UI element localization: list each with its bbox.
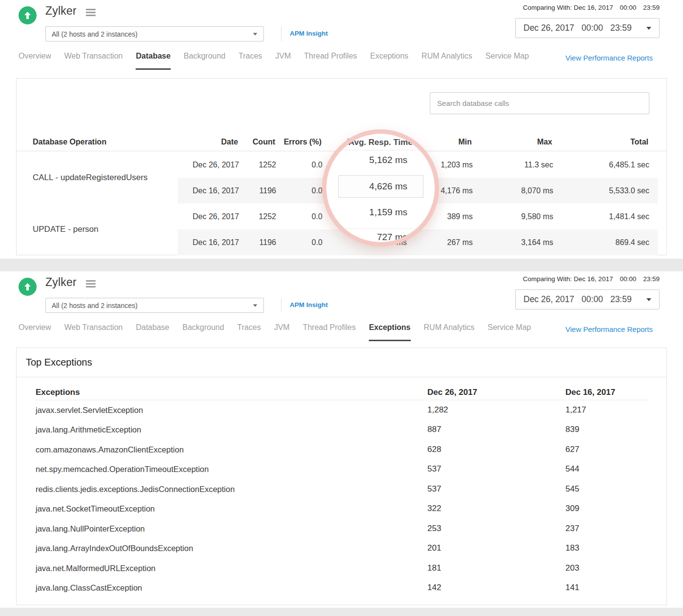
cell-max: 8,070 ms [521,178,553,204]
magnifier-highlighted-value: 4,626 ms [338,175,423,198]
menu-icon[interactable] [86,9,96,18]
exception-row[interactable]: java.lang.ClassCastException 142 141 [36,578,648,597]
date-range-selector[interactable]: Dec 26, 201700:0023:59 [515,289,660,309]
exception-name: com.amazonaws.AmazonClientException [36,440,184,459]
tab-exceptions[interactable]: Exceptions [369,323,410,341]
exception-count-current: 201 [427,538,441,558]
comparing-start-time: 00:00 [620,4,636,11]
col-total: Total [630,132,648,151]
tab-background[interactable]: Background [182,323,224,341]
db-operation-name[interactable]: UPDATE - person [33,225,99,234]
cell-count: 1252 [259,204,276,229]
comparing-start-time: 00:00 [620,275,636,283]
tab-database[interactable]: Database [136,52,170,70]
cell-count: 1196 [260,178,276,204]
exception-row[interactable]: java.net.SocketTimeoutException 322 309 [36,499,648,518]
menu-icon[interactable] [86,280,96,289]
exception-count-compare: 141 [565,578,579,597]
host-selector-dropdown[interactable]: All (2 hosts and 2 instances) [45,26,264,41]
exception-row[interactable]: net.spy.memcached.OperationTimeoutExcept… [36,459,648,479]
tab-jvm[interactable]: JVM [275,52,291,70]
host-selector-dropdown[interactable]: All (2 hosts and 2 instances) [45,298,264,313]
tab-traces[interactable]: Traces [237,323,261,341]
exception-count-compare: 544 [565,459,579,479]
db-operation-name[interactable]: CALL - updateRegisteredUsers [33,173,148,183]
tab-traces[interactable]: Traces [239,52,262,70]
card-title: Top Exceptions [26,348,92,377]
cell-max: 3,164 ms [521,229,553,255]
col-min: Min [458,132,472,151]
cell-total: 1,481.4 sec [609,204,649,229]
tab-service-map[interactable]: Service Map [485,52,529,70]
exception-row[interactable]: java.lang.NullPointerException 253 237 [36,519,648,538]
apm-insight-link[interactable]: APM Insight [290,301,328,308]
magnifier-value: 5,162 ms [369,153,407,167]
cell-total: 6,485.1 sec [609,152,649,178]
exception-count-compare: 627 [565,440,579,459]
exception-row[interactable]: java.lang.ArithmeticException 887 839 [36,420,648,439]
exception-row[interactable]: java.net.MalformedURLException 181 203 [36,558,648,578]
cell-total: 5,533.0 sec [609,178,649,204]
exception-count-current: 628 [427,440,441,459]
chevron-down-icon [646,298,651,301]
range-date: Dec 26, 2017 [523,294,574,305]
chevron-down-icon [253,304,258,307]
exception-name: java.net.SocketTimeoutException [36,499,155,518]
range-end-time: 23:59 [610,23,632,33]
cell-max: 9,580 ms [521,204,553,229]
exceptions-section: Zylker Comparing With: Dec 16, 201700:00… [0,271,683,608]
view-performance-reports-link[interactable]: View Performance Reports [565,325,653,333]
exception-count-compare: 309 [565,499,579,518]
section-divider [0,608,683,616]
tab-overview[interactable]: Overview [19,52,51,70]
tab-service-map[interactable]: Service Map [488,323,531,341]
tab-rum-analytics[interactable]: RUM Analytics [424,323,475,341]
apm-insight-link[interactable]: APM Insight [290,30,328,37]
section-divider [0,259,683,271]
tab-web-transaction[interactable]: Web Transaction [64,323,123,341]
tab-overview[interactable]: Overview [19,323,51,341]
host-selector-value: All (2 hosts and 2 instances) [52,302,138,309]
tab-background[interactable]: Background [184,52,225,70]
search-input[interactable] [430,92,649,114]
exception-name: redis.clients.jedis.exceptions.JedisConn… [36,479,235,499]
comparing-end-time: 23:59 [643,275,660,283]
tab-jvm[interactable]: JVM [274,323,290,341]
exception-count-current: 322 [427,499,441,518]
tab-exceptions[interactable]: Exceptions [370,52,408,70]
exception-count-current: 887 [427,420,441,439]
col-date: Date [221,132,238,151]
cell-date: Dec 16, 2017 [193,178,239,204]
screenshot-canvas: Zylker Comparing With: Dec 16, 201700:00… [0,0,683,616]
chevron-down-icon [646,27,651,30]
host-selector-value: All (2 hosts and 2 instances) [52,30,138,38]
divider [281,298,281,312]
exception-row[interactable]: redis.clients.jedis.exceptions.JedisConn… [36,479,648,499]
tab-database[interactable]: Database [136,323,169,341]
exception-name: javax.servlet.ServletException [36,400,143,420]
col-max: Max [537,132,552,151]
exception-count-current: 181 [427,558,441,578]
chevron-down-icon [253,33,258,35]
date-range-selector[interactable]: Dec 26, 201700:0023:59 [515,18,660,38]
exception-count-current: 253 [427,519,441,538]
exception-row[interactable]: javax.servlet.ServletException 1,282 1,2… [36,400,648,420]
tab-thread-profiles[interactable]: Thread Profiles [303,323,356,341]
table-row[interactable]: Dec 16, 2017 1196 0.0 727 ms 267 ms 3,16… [178,229,658,255]
exception-row[interactable]: com.amazonaws.AmazonClientException 628 … [36,440,648,459]
tab-thread-profiles[interactable]: Thread Profiles [304,52,357,70]
cell-min: 4,176 ms [441,178,473,204]
tab-rum-analytics[interactable]: RUM Analytics [422,52,472,70]
exception-count-current: 537 [427,479,441,499]
view-performance-reports-link[interactable]: View Performance Reports [565,54,653,62]
app-logo-icon [19,278,37,296]
cell-count: 1252 [259,152,276,178]
exception-count-current: 1,282 [427,400,448,420]
exception-row[interactable]: java.lang.ArrayIndexOutOfBoundsException… [36,538,648,558]
tab-bar: Overview Web Transaction Database Backgr… [19,52,529,70]
exception-name: java.lang.ArithmeticException [36,420,141,439]
top-exceptions-card: Top Exceptions Exceptions Dec 26, 2017 D… [16,348,667,605]
exception-name: java.lang.ClassCastException [36,578,142,597]
tab-web-transaction[interactable]: Web Transaction [64,52,123,70]
exception-name: java.lang.NullPointerException [36,519,145,538]
